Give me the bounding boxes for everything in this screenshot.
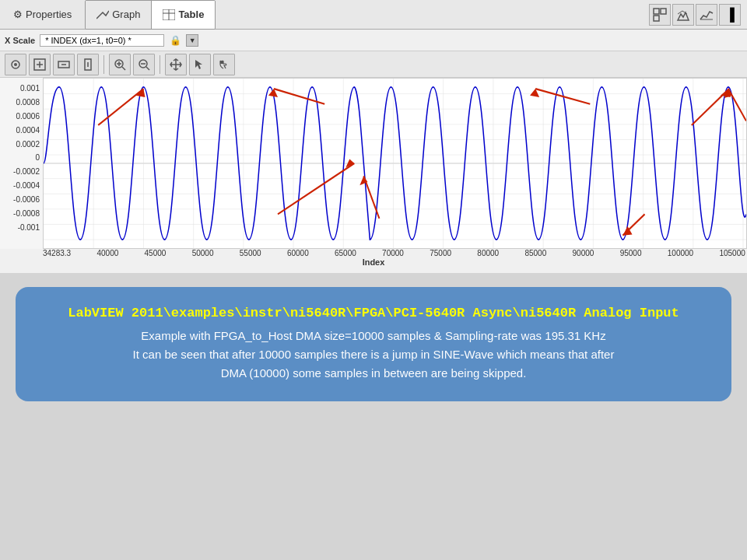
chart-area[interactable] (43, 78, 747, 249)
zoom-out-icon (138, 58, 150, 71)
tool-btn-1[interactable] (649, 4, 671, 26)
x-label-0: 34283.3 (43, 249, 71, 257)
x-label-2: 45000 (145, 249, 167, 257)
lock-icon[interactable]: 🔒 (169, 34, 181, 47)
x-label-5: 60000 (287, 249, 309, 257)
x-label-8: 75000 (430, 249, 451, 257)
graph-wrapper: 0.001 0.0008 0.0006 0.0004 0.0002 0 -0.0… (0, 78, 747, 273)
zoom-y-icon (82, 58, 94, 71)
cursor-icon (9, 58, 22, 71)
table-tab-icon (163, 9, 175, 20)
x-axis-labels: 34283.3 40000 45000 50000 55000 60000 65… (0, 249, 747, 257)
graph-tab-icon (96, 9, 109, 20)
x-label-11: 90000 (573, 249, 594, 257)
dropdown-arrow[interactable]: ▼ (186, 34, 198, 47)
y-label-6: -0.0002 (3, 167, 40, 176)
graph-container: 0.001 0.0008 0.0006 0.0004 0.0002 0 -0.0… (0, 78, 747, 249)
zoom-x-icon (58, 58, 70, 71)
x-label-13: 100000 (668, 249, 693, 257)
tool3-icon (700, 8, 714, 22)
y-label-8: -0.0006 (3, 195, 40, 204)
x-label-7: 70000 (382, 249, 404, 257)
svg-rect-4 (661, 9, 666, 14)
xscale-input[interactable] (40, 34, 164, 47)
select-icon (194, 58, 206, 71)
x-label-10: 85000 (524, 249, 546, 257)
separator-2 (160, 55, 160, 74)
zoom-y-btn[interactable] (77, 54, 99, 75)
svg-line-21 (146, 67, 149, 70)
svg-rect-3 (654, 9, 659, 14)
tool1-icon (653, 8, 667, 22)
sine-wave-chart (44, 79, 746, 248)
tool-btn-3[interactable] (696, 4, 717, 26)
zoom-in-btn[interactable] (109, 54, 131, 75)
svg-line-48 (274, 89, 324, 104)
table-tab-label: Table (178, 9, 204, 20)
top-right-tools: ▐ (649, 4, 741, 26)
xscale-label: X Scale (5, 36, 35, 45)
svg-line-52 (535, 89, 590, 104)
graph-tab-label: Graph (112, 9, 140, 20)
pan-icon (170, 58, 182, 71)
tab-table[interactable]: Table (152, 1, 215, 29)
y-label-9: -0.0008 (3, 209, 40, 218)
y-label-2: 0.0006 (3, 112, 40, 121)
y-label-1: 0.0008 (3, 98, 40, 107)
y-label-10: -0.001 (3, 223, 40, 232)
tool-btn-4[interactable]: ▐ (719, 4, 741, 26)
svg-rect-5 (654, 16, 659, 21)
y-label-5: 0 (3, 153, 40, 162)
separator-1 (103, 55, 104, 74)
hand-btn[interactable] (213, 54, 235, 75)
x-label-14: 105000 (719, 249, 745, 257)
info-line1: LabVIEW 2011\examples\instr\ni5640R\FPGA… (39, 306, 708, 320)
x-label-12: 95000 (620, 249, 642, 257)
top-bar: ⚙ Properties Graph Table (0, 0, 747, 30)
y-label-0: 0.001 (3, 84, 40, 93)
zoom-fit-icon (33, 58, 46, 71)
x-label-1: 40000 (96, 249, 118, 257)
tool2-icon (676, 8, 690, 22)
x-label-9: 80000 (477, 249, 499, 257)
zoom-fit-btn[interactable] (29, 54, 51, 75)
x-label-3: 50000 (192, 249, 214, 257)
hand-icon (218, 58, 230, 71)
zoom-in-icon (114, 58, 126, 71)
zoom-out-btn[interactable] (133, 54, 155, 75)
y-label-7: -0.0004 (3, 181, 40, 190)
y-label-3: 0.0004 (3, 126, 40, 135)
zoom-x-btn[interactable] (53, 54, 75, 75)
tool-btn-2[interactable] (672, 4, 694, 26)
svg-line-54 (278, 163, 354, 214)
select-btn[interactable] (189, 54, 211, 75)
tab-group: Graph Table (85, 0, 216, 30)
cursor-btn[interactable] (5, 54, 26, 75)
y-axis: 0.001 0.0008 0.0006 0.0004 0.0002 0 -0.0… (0, 78, 43, 249)
properties-label: Properties (26, 9, 72, 20)
info-line3: It can be seen that after 10000 samples … (39, 345, 708, 364)
x-axis-title: Index (0, 257, 747, 270)
info-line2: Example with FPGA_to_Host DMA size=10000… (39, 327, 708, 345)
icon-bar (0, 51, 747, 78)
svg-line-17 (122, 67, 125, 70)
properties-icon: ⚙ (13, 9, 23, 20)
y-label-4: 0.0002 (3, 140, 40, 149)
x-label-4: 55000 (240, 249, 261, 257)
properties-button[interactable]: ⚙ Properties (6, 5, 79, 24)
xscale-bar: X Scale 🔒 ▼ (0, 30, 747, 51)
info-line4: DMA (10000) some samples in between are … (39, 364, 708, 383)
svg-point-8 (14, 63, 17, 66)
tab-graph[interactable]: Graph (86, 1, 152, 29)
pan-btn[interactable] (165, 54, 187, 75)
x-label-6: 65000 (335, 249, 356, 257)
info-box: LabVIEW 2011\examples\instr\ni5640R\FPGA… (16, 287, 731, 401)
